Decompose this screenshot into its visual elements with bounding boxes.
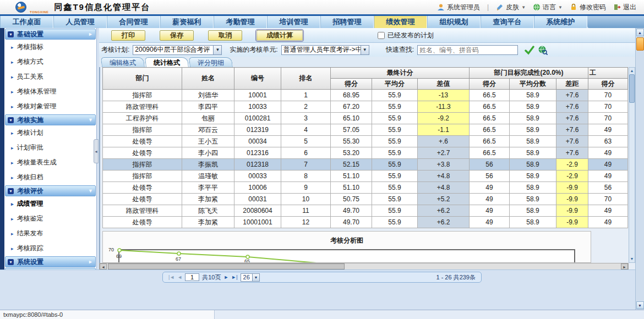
cell-score[interactable]: 51.10 (331, 182, 372, 194)
sidebar-item-2-0[interactable]: ▸成绩管理 (4, 196, 96, 211)
cell-name[interactable]: 李加紧 (182, 194, 234, 205)
chevron-down-icon[interactable]: ▼ (252, 274, 259, 281)
unit-select[interactable]: 普通管理人员年度考评->中层管理人 ▼ (281, 45, 369, 55)
prev-page-button[interactable]: ◄ (177, 274, 182, 280)
nav-tab-9[interactable]: 查询平台 (481, 16, 534, 28)
first-page-button[interactable]: |◄ (168, 274, 174, 280)
scroll-up-icon[interactable]: ▲ (630, 68, 634, 74)
next-page-button[interactable]: ► (223, 274, 228, 280)
chevron-down-icon[interactable]: ▼ (361, 46, 369, 54)
colgroup-final-score[interactable]: 最终计分 (331, 68, 470, 79)
chevron-down-icon[interactable]: ▼ (213, 46, 221, 54)
scroll-left-icon[interactable]: ◄ (100, 263, 107, 270)
cell-score[interactable]: 49.70 (331, 217, 372, 228)
confirm-check-icon[interactable] (525, 45, 534, 55)
page-number-input[interactable] (185, 273, 199, 281)
sidebar-item-2-3[interactable]: ▸考核跟踪 (4, 241, 96, 256)
content-tab-0[interactable]: 编辑格式 (101, 57, 145, 68)
print-button[interactable]: 打印 (111, 30, 145, 41)
page-size-select[interactable]: 26 ▼ (241, 273, 260, 282)
sidebar-collapse-handle[interactable]: ◄ (94, 139, 99, 163)
cell-score[interactable]: 52.15 (331, 159, 372, 170)
table-row[interactable]: 指挥部刘德华10001168.9555.9-1366.558.9+7.670 (103, 90, 628, 101)
cancel-button[interactable]: 取消 (208, 30, 242, 41)
scrollbar-thumb-orange[interactable] (636, 37, 644, 51)
cell-name[interactable]: 陈飞天 (182, 205, 234, 217)
sidebar-item-2-1[interactable]: ▸考核鉴定 (4, 211, 96, 226)
sidebar-group-1[interactable]: ▾考核实施▼ (5, 114, 96, 125)
nav-tab-7[interactable]: 绩效管理 (374, 16, 427, 28)
table-row[interactable]: 指挥部李振凯012318752.1555.9+3.85658.9-2.949 (103, 159, 628, 170)
sidebar-item-1-1[interactable]: ▸计划审批 (4, 140, 96, 155)
sidebar-group-0[interactable]: ▾基础设置► (5, 29, 96, 40)
col-rank[interactable]: 排名 (281, 68, 331, 90)
scrollbar-thumb[interactable] (108, 263, 345, 270)
cell-name[interactable]: 李加紧 (182, 217, 234, 228)
col-dscore[interactable]: 得分 (470, 79, 510, 90)
col-score[interactable]: 得分 (331, 79, 372, 90)
search-globe-icon[interactable] (538, 45, 548, 55)
nav-tab-0[interactable]: 工作桌面 (0, 16, 53, 28)
change-password[interactable]: 修改密码 (570, 3, 606, 12)
table-row[interactable]: 处领导李平平10006951.1055.9+4.84958.9-9.956 (103, 182, 628, 194)
scroll-right-icon[interactable]: ► (621, 263, 628, 270)
published-plan-checkbox[interactable] (378, 32, 385, 39)
table-row[interactable]: 工程养护科包丽0100281365.1055.9-9.266.558.9+7.6… (103, 113, 628, 124)
nav-tab-10[interactable]: 系统维护 (534, 16, 587, 28)
sidebar-item-1-2[interactable]: ▸考核量表生成 (4, 155, 96, 170)
nav-tab-4[interactable]: 考勤管理 (214, 16, 267, 28)
current-user[interactable]: 系统管理员 (437, 3, 480, 12)
colgroup-next-partial[interactable]: 工 (588, 68, 628, 79)
sidebar-item-0-0[interactable]: ▸考核指标 (4, 40, 96, 54)
col-dept[interactable]: 部门 (103, 68, 182, 90)
sidebar-item-0-2[interactable]: ▸员工关系 (4, 69, 96, 84)
cell-score[interactable]: 51.10 (331, 170, 372, 182)
cell-name[interactable]: 邓百云 (182, 124, 234, 136)
cell-name[interactable]: 温瑾敏 (182, 170, 234, 182)
logout[interactable]: 退出 (613, 3, 636, 12)
sidebar-group-2[interactable]: ▾考核评价▼ (5, 185, 96, 196)
table-row[interactable]: 处领导李加紧000311050.7555.9+5.24958.9-9.970 (103, 194, 628, 205)
col-score2[interactable]: 得分 (588, 79, 628, 90)
sidebar-item-0-4[interactable]: ▸考核对象管理 (4, 99, 96, 114)
col-name[interactable]: 姓名 (182, 68, 234, 90)
nav-tab-8[interactable]: 组织规划 (427, 16, 481, 28)
scroll-down-icon[interactable]: ▼ (636, 301, 644, 309)
sidebar-item-1-3[interactable]: ▸考核归档 (4, 170, 96, 185)
table-row[interactable]: 路政管理科陈飞天200806041149.7055.9+6.24958.9-9.… (103, 205, 628, 217)
table-row[interactable]: 指挥部温瑾敏00033851.1055.9+4.85658.9-2.949 (103, 170, 628, 182)
cell-name[interactable]: 李小四 (182, 147, 234, 159)
col-id[interactable]: 编号 (234, 68, 281, 90)
cell-name[interactable]: 王小五 (182, 136, 234, 147)
nav-tab-6[interactable]: 招聘管理 (320, 16, 374, 28)
cell-name[interactable]: 李振凯 (182, 159, 234, 170)
sidebar-item-1-0[interactable]: ▸考核计划 (4, 125, 96, 140)
save-button[interactable]: 保存 (160, 30, 194, 41)
nav-tab-5[interactable]: 培训管理 (267, 16, 320, 28)
plan-select[interactable]: 200906中层干部综合考评 ▼ (133, 45, 222, 55)
table-row[interactable]: 处领导李小四012316653.2055.9+2.766.558.9+7.649 (103, 147, 628, 159)
cell-score[interactable]: 68.95 (331, 90, 372, 101)
cell-score[interactable]: 65.10 (331, 113, 372, 124)
col-diff[interactable]: 差值 (418, 79, 470, 90)
nav-tab-3[interactable]: 薪资福利 (160, 16, 214, 28)
sidebar-item-0-1[interactable]: ▸考核方式 (4, 54, 96, 69)
col-davg[interactable]: 平均分数 (510, 79, 556, 90)
sidebar-group-3[interactable]: ▾系统设置► (5, 256, 96, 267)
search-input[interactable] (417, 45, 518, 55)
colgroup-dept-goal[interactable]: 部门目标完成性(20.0%) (470, 68, 588, 79)
last-page-button[interactable]: ►| (231, 274, 237, 280)
page-vertical-scrollbar[interactable]: ▲ ▼ (635, 28, 644, 310)
cell-score[interactable]: 55.30 (331, 136, 372, 147)
scrollbar-thumb[interactable] (629, 74, 635, 103)
table-vertical-scrollbar[interactable]: ▲ ▼ (629, 67, 635, 263)
calc-score-button[interactable]: 成绩计算 (256, 30, 303, 41)
col-avg[interactable]: 平均分 (372, 79, 418, 90)
cell-score[interactable]: 50.75 (331, 194, 372, 205)
sidebar-item-0-3[interactable]: ▸考核体系管理 (4, 84, 96, 99)
nav-tab-2[interactable]: 合同管理 (107, 16, 160, 28)
table-row[interactable]: 指挥部邓百云012319457.0555.9-1.166.558.9+7.649 (103, 124, 628, 136)
language-menu[interactable]: 语言▼ (533, 3, 563, 12)
cell-name[interactable]: 包丽 (182, 113, 234, 124)
sidebar-item-2-2[interactable]: ▸结果发布 (4, 226, 96, 241)
